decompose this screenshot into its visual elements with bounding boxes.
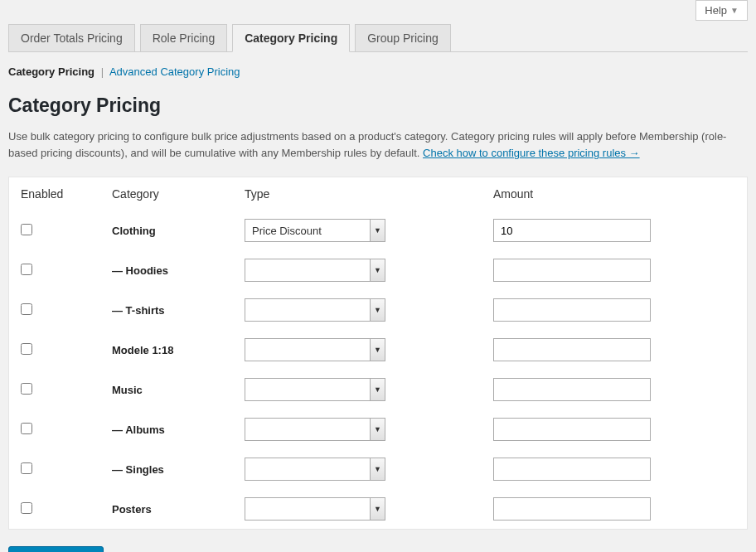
- table-row: ClothingPrice Discount▼: [9, 211, 747, 250]
- type-select[interactable]: Price Discount: [245, 259, 385, 282]
- enabled-checkbox[interactable]: [21, 303, 32, 315]
- table-row: — AlbumsPrice Discount▼: [9, 409, 747, 449]
- pricing-table: Enabled Category Type Amount ClothingPri…: [9, 177, 747, 529]
- table-row: — SinglesPrice Discount▼: [9, 449, 747, 489]
- th-amount: Amount: [482, 177, 747, 211]
- type-select[interactable]: Price Discount: [245, 378, 385, 401]
- main-tabs: Order Totals PricingRole PricingCategory…: [8, 23, 748, 52]
- th-category: Category: [100, 177, 233, 211]
- tab-group-pricing[interactable]: Group Pricing: [355, 24, 451, 52]
- type-select[interactable]: Price Discount: [245, 338, 385, 361]
- type-select[interactable]: Price Discount: [245, 418, 385, 441]
- enabled-checkbox[interactable]: [21, 343, 32, 355]
- tab-role-pricing[interactable]: Role Pricing: [140, 24, 227, 52]
- pricing-panel: Enabled Category Type Amount ClothingPri…: [8, 177, 748, 530]
- category-label: Modele 1:18: [112, 344, 173, 356]
- amount-input[interactable]: [493, 378, 651, 401]
- table-row: Modele 1:18Price Discount▼: [9, 330, 747, 370]
- type-select[interactable]: Price Discount: [245, 219, 385, 242]
- enabled-checkbox[interactable]: [21, 462, 32, 474]
- amount-input[interactable]: [493, 497, 651, 521]
- save-button[interactable]: Save Changes: [8, 546, 104, 552]
- type-select[interactable]: Price Discount: [245, 497, 385, 521]
- tab-order-totals-pricing[interactable]: Order Totals Pricing: [8, 24, 135, 52]
- table-row: — HoodiesPrice Discount▼: [9, 250, 747, 290]
- amount-input[interactable]: [493, 259, 651, 282]
- help-label: Help: [705, 4, 727, 17]
- help-link[interactable]: Check how to configure these pricing rul…: [423, 147, 640, 159]
- category-label: — Hoodies: [112, 264, 168, 277]
- amount-input[interactable]: [493, 458, 651, 481]
- help-tab[interactable]: Help ▼: [695, 0, 748, 21]
- category-label: — T-shirts: [112, 304, 165, 317]
- category-label: — Singles: [112, 463, 164, 476]
- category-label: Music: [112, 384, 143, 396]
- subtab-separator: |: [101, 65, 104, 78]
- page-description: Use bulk category pricing to configure b…: [8, 128, 746, 162]
- enabled-checkbox[interactable]: [21, 423, 32, 434]
- type-select[interactable]: Price Discount: [245, 458, 385, 481]
- amount-input[interactable]: [493, 338, 651, 361]
- table-row: — T-shirtsPrice Discount▼: [9, 290, 747, 330]
- th-type: Type: [233, 177, 482, 211]
- enabled-checkbox[interactable]: [21, 383, 32, 395]
- table-row: PostersPrice Discount▼: [9, 489, 747, 529]
- table-row: MusicPrice Discount▼: [9, 370, 747, 409]
- subtabs: Category Pricing | Advanced Category Pri…: [8, 52, 748, 86]
- subtab-current: Category Pricing: [8, 65, 94, 78]
- page-title: Category Pricing: [8, 94, 748, 117]
- enabled-checkbox[interactable]: [21, 264, 32, 275]
- category-label: Posters: [112, 503, 152, 516]
- type-select[interactable]: Price Discount: [245, 298, 385, 322]
- subtab-advanced[interactable]: Advanced Category Pricing: [109, 65, 240, 78]
- amount-input[interactable]: [493, 219, 651, 242]
- chevron-down-icon: ▼: [730, 6, 739, 15]
- amount-input[interactable]: [493, 298, 651, 322]
- enabled-checkbox[interactable]: [21, 502, 32, 514]
- category-label: Clothing: [112, 225, 156, 237]
- enabled-checkbox[interactable]: [21, 224, 32, 235]
- tab-category-pricing[interactable]: Category Pricing: [232, 24, 350, 52]
- category-label: — Albums: [112, 424, 165, 436]
- th-enabled: Enabled: [9, 177, 100, 211]
- amount-input[interactable]: [493, 418, 651, 441]
